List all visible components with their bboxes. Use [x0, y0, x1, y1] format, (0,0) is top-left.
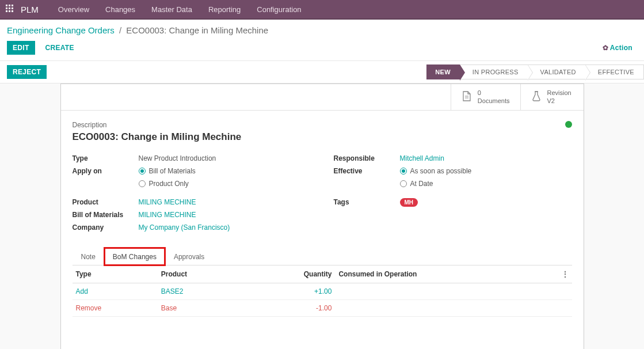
- table-row[interactable]: AddBASE2+1.00: [73, 283, 572, 299]
- bom-label: Bill of Materials: [73, 211, 139, 219]
- breadcrumb: Engineering Change Orders / ECO0003: Cha…: [7, 25, 637, 35]
- rev-val: V2: [547, 97, 571, 105]
- effective-asap-radio[interactable]: As soon as possible: [400, 167, 472, 175]
- radio-icon: [400, 180, 407, 187]
- brand[interactable]: PLM: [21, 5, 39, 14]
- nav-item-configuration[interactable]: Configuration: [249, 1, 309, 18]
- col-product: Product: [158, 265, 244, 283]
- rev-label: Revision: [547, 89, 571, 97]
- create-button[interactable]: CREATE: [41, 41, 79, 55]
- docs-label: Documents: [478, 97, 510, 105]
- table-row[interactable]: RemoveBase-1.00: [73, 299, 572, 316]
- type-value: New Product Introduction: [139, 154, 216, 162]
- responsible-value[interactable]: Mitchell Admin: [400, 154, 444, 162]
- product-value[interactable]: MILING MECHINE: [139, 198, 196, 206]
- effective-date-text: At Date: [410, 180, 433, 188]
- type-label: Type: [73, 154, 139, 162]
- documents-stat[interactable]: 0Documents: [451, 84, 520, 110]
- row-qty: +1.00: [314, 287, 331, 295]
- kebab-icon[interactable]: ⋮: [562, 270, 569, 278]
- col-quantity: Quantity: [244, 265, 336, 283]
- svg-rect-2: [12, 5, 13, 6]
- effective-asap-text: As soon as possible: [410, 167, 472, 175]
- svg-rect-1: [9, 5, 10, 6]
- document-icon: [462, 90, 472, 104]
- action-button[interactable]: ✿Action: [598, 41, 637, 55]
- nav-item-overview[interactable]: Overview: [50, 1, 97, 18]
- revision-stat[interactable]: RevisionV2: [520, 84, 584, 110]
- svg-rect-5: [12, 7, 13, 9]
- apps-icon[interactable]: [6, 5, 14, 14]
- tags-label: Tags: [334, 198, 400, 206]
- subbar: Engineering Change Orders / ECO0003: Cha…: [0, 20, 644, 61]
- effective-date-radio[interactable]: At Date: [400, 180, 433, 188]
- row-product[interactable]: BASE2: [161, 287, 184, 295]
- row-type: Add: [76, 287, 88, 295]
- toolbar: EDIT CREATE ✿Action: [7, 41, 637, 55]
- row-product[interactable]: Base: [161, 304, 177, 312]
- form-sheet: 0Documents RevisionV2 Description ECO000…: [60, 84, 584, 349]
- page-title: ECO0003: Change in Miling Mechine: [73, 131, 242, 143]
- col-type: Type: [73, 265, 158, 283]
- status-dot-icon: [565, 121, 572, 128]
- topbar: PLM OverviewChangesMaster DataReportingC…: [0, 0, 644, 20]
- applyon-label: Apply on: [73, 167, 139, 175]
- tab-approvals[interactable]: Approvals: [165, 248, 213, 265]
- row-consumed: [335, 283, 558, 299]
- svg-rect-8: [12, 10, 13, 12]
- svg-rect-0: [6, 5, 7, 6]
- action-label: Action: [610, 44, 632, 52]
- stagebar: REJECT NEWIN PROGRESSVALIDATEDEFFECTIVE: [0, 61, 644, 84]
- tabs: NoteBoM ChangesApprovals: [73, 248, 572, 265]
- company-value[interactable]: My Company (San Francisco): [139, 223, 230, 232]
- nav-item-changes[interactable]: Changes: [97, 1, 143, 18]
- responsible-label: Responsible: [334, 154, 400, 162]
- docs-count: 0: [478, 89, 510, 97]
- gear-icon: ✿: [603, 44, 608, 52]
- company-label: Company: [73, 223, 139, 232]
- tag-badge[interactable]: MH: [400, 198, 418, 207]
- svg-rect-6: [6, 10, 7, 12]
- reject-button[interactable]: REJECT: [7, 65, 47, 79]
- row-type: Remove: [76, 304, 102, 312]
- row-qty: -1.00: [316, 304, 331, 312]
- stage-in-progress[interactable]: IN PROGRESS: [460, 65, 528, 79]
- apply-product-text: Product Only: [149, 180, 189, 188]
- apply-product-radio[interactable]: Product Only: [139, 180, 189, 188]
- breadcrumb-root[interactable]: Engineering Change Orders: [7, 25, 115, 35]
- product-label: Product: [73, 198, 139, 206]
- nav: OverviewChangesMaster DataReportingConfi…: [50, 1, 310, 18]
- nav-item-master-data[interactable]: Master Data: [143, 1, 200, 18]
- apply-bom-text: Bill of Materials: [149, 167, 196, 175]
- radio-icon: [139, 180, 146, 187]
- effective-label: Effective: [334, 167, 400, 175]
- stage-validated[interactable]: VALIDATED: [528, 65, 585, 79]
- svg-rect-4: [9, 7, 10, 9]
- radio-selected-icon: [400, 168, 407, 174]
- col-consumed-in-operation: Consumed in Operation: [335, 265, 558, 283]
- bom-changes-table: TypeProductQuantityConsumed in Operation…: [73, 265, 572, 317]
- apply-bom-radio[interactable]: Bill of Materials: [139, 167, 196, 175]
- stage-new[interactable]: NEW: [426, 65, 460, 79]
- flask-icon: [531, 90, 542, 104]
- stage-effective[interactable]: EFFECTIVE: [585, 65, 644, 79]
- edit-button[interactable]: EDIT: [7, 41, 35, 55]
- tab-bom-changes[interactable]: BoM Changes: [104, 248, 165, 265]
- breadcrumb-sep: /: [119, 25, 121, 35]
- row-consumed: [335, 299, 558, 316]
- nav-item-reporting[interactable]: Reporting: [200, 1, 249, 18]
- radio-selected-icon: [139, 168, 146, 174]
- breadcrumb-current: ECO0003: Change in Miling Mechine: [126, 25, 268, 35]
- tab-note[interactable]: Note: [73, 248, 104, 265]
- description-label: Description: [73, 121, 242, 129]
- bom-value[interactable]: MILING MECHINE: [139, 211, 196, 219]
- svg-rect-3: [6, 7, 7, 9]
- svg-rect-7: [9, 10, 10, 12]
- stages: NEWIN PROGRESSVALIDATEDEFFECTIVE: [426, 65, 644, 79]
